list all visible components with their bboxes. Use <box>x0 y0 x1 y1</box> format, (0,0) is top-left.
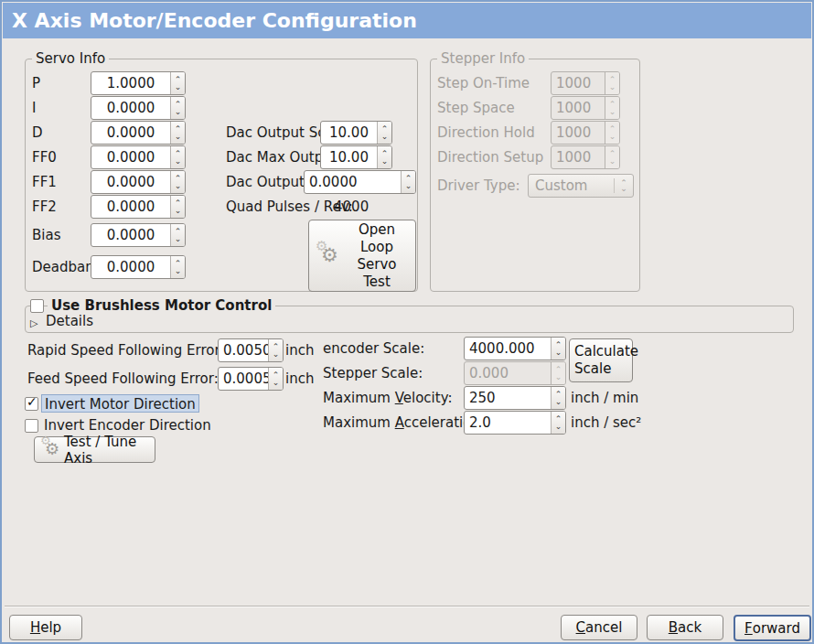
details-expander-label[interactable]: Details <box>46 312 93 330</box>
invert-motor-direction-label[interactable]: Invert Motor Direction <box>41 394 199 413</box>
spin-down-icon[interactable] <box>552 349 565 360</box>
rapid-following-error-value[interactable]: 0.0050 <box>219 339 268 361</box>
dac-output-offset-value[interactable]: 0.0000 <box>305 171 401 193</box>
dac-output-offset-spinbox[interactable]: 0.0000 <box>304 170 416 194</box>
back-button[interactable]: Back <box>647 615 723 640</box>
spin-down-icon[interactable] <box>552 398 565 409</box>
invert-motor-direction-checkbox[interactable] <box>25 397 38 411</box>
ff2-spinbox[interactable]: 0.0000 <box>91 195 186 219</box>
bias-value[interactable]: 0.0000 <box>91 224 170 246</box>
spin-down-icon[interactable] <box>171 235 185 246</box>
driver-type-combobox: Custom <box>528 174 634 198</box>
spin-arrows[interactable] <box>170 72 185 94</box>
encoder-scale-value[interactable]: 4000.000 <box>465 338 551 360</box>
dac-max-output-value[interactable]: 10.00 <box>321 146 377 168</box>
driver-type-value: Custom <box>529 175 614 197</box>
spin-arrows[interactable] <box>551 387 565 409</box>
spin-arrows[interactable] <box>170 122 185 144</box>
invert-encoder-direction-checkbox[interactable] <box>25 419 38 433</box>
spin-arrows[interactable] <box>268 368 283 390</box>
rapid-following-error-spinbox[interactable]: 0.0050 <box>218 338 284 362</box>
spin-arrows[interactable] <box>170 171 185 193</box>
cancel-button[interactable]: Cancel <box>561 615 637 640</box>
p-spinbox[interactable]: 1.0000 <box>91 71 186 95</box>
spin-arrows[interactable] <box>170 97 185 119</box>
test-tune-axis-label: Test / Tune Axis <box>64 434 149 467</box>
maximum-velocity-spinbox[interactable]: 250 <box>464 386 566 410</box>
spin-down-icon[interactable] <box>269 379 283 390</box>
spin-arrows <box>605 72 619 94</box>
dialog-window: X Axis Motor/Encoder Configuration Servo… <box>0 0 814 644</box>
spin-down-icon[interactable] <box>171 207 185 218</box>
d-value[interactable]: 0.0000 <box>91 122 170 144</box>
spin-arrows[interactable] <box>377 122 391 144</box>
bias-spinbox[interactable]: 0.0000 <box>91 223 186 247</box>
maximum-velocity-value[interactable]: 250 <box>465 387 551 409</box>
p-value[interactable]: 1.0000 <box>91 72 170 94</box>
ff2-value[interactable]: 0.0000 <box>91 196 170 218</box>
step-on-time-spinbox: 1000 <box>551 71 620 95</box>
spin-down-icon[interactable] <box>171 83 185 94</box>
forward-button-mnemonic: F <box>744 620 753 637</box>
spin-arrows[interactable] <box>170 224 185 246</box>
invert-encoder-direction-label[interactable]: Invert Encoder Direction <box>41 416 214 435</box>
ff1-value[interactable]: 0.0000 <box>91 171 170 193</box>
help-button-label: elp <box>40 619 61 636</box>
deadband-spinbox[interactable]: 0.0000 <box>91 255 186 279</box>
direction-setup-value: 1000 <box>552 146 605 168</box>
spin-arrows[interactable] <box>551 412 565 434</box>
feed-following-error-spinbox[interactable]: 0.0005 <box>218 367 284 391</box>
back-button-label: ack <box>678 619 702 636</box>
gears-icon <box>40 438 64 462</box>
ff0-spinbox[interactable]: 0.0000 <box>91 145 186 169</box>
spin-down-icon[interactable] <box>171 182 185 193</box>
spin-down-icon[interactable] <box>171 133 185 144</box>
details-expander-icon[interactable] <box>30 317 43 331</box>
help-button[interactable]: Help <box>9 615 82 640</box>
forward-button-label: orward <box>753 620 800 637</box>
open-loop-line: Test <box>363 274 391 291</box>
spin-arrows[interactable] <box>170 196 185 218</box>
feed-following-error-unit: inch <box>285 367 314 391</box>
ff1-spinbox[interactable]: 0.0000 <box>91 170 186 194</box>
spin-down-icon[interactable] <box>378 157 391 168</box>
feed-following-error-value[interactable]: 0.0005 <box>219 368 268 390</box>
spin-arrows[interactable] <box>170 256 185 278</box>
ff0-value[interactable]: 0.0000 <box>91 146 170 168</box>
spin-arrows[interactable] <box>551 338 565 360</box>
i-spinbox[interactable]: 0.0000 <box>91 96 186 120</box>
use-brushless-checkbox[interactable] <box>30 299 44 313</box>
calculate-scale-line: Scale <box>574 360 611 378</box>
deadband-value[interactable]: 0.0000 <box>91 256 170 278</box>
spin-arrows <box>605 146 619 168</box>
spin-down-icon[interactable] <box>552 423 565 434</box>
spin-arrows[interactable] <box>401 171 415 193</box>
maximum-acceleration-spinbox[interactable]: 2.0 <box>464 411 566 435</box>
open-loop-servo-test-button[interactable]: Open Loop Servo Test <box>308 220 416 292</box>
spin-down-icon[interactable] <box>171 108 185 119</box>
window-title-bar: X Axis Motor/Encoder Configuration <box>3 3 811 38</box>
spin-arrows[interactable] <box>268 339 283 361</box>
spin-down-icon[interactable] <box>402 182 415 193</box>
calculate-scale-button[interactable]: Calculate Scale <box>569 338 633 382</box>
encoder-scale-label: encoder Scale: <box>323 337 424 360</box>
gears-icon <box>315 242 344 271</box>
spin-down-icon[interactable] <box>171 157 185 168</box>
test-tune-axis-button[interactable]: Test / Tune Axis <box>34 436 155 463</box>
dac-max-output-spinbox[interactable]: 10.00 <box>320 145 392 169</box>
encoder-scale-spinbox[interactable]: 4000.000 <box>464 337 566 360</box>
spin-arrows[interactable] <box>170 146 185 168</box>
quad-pulses-value: 4000 <box>334 195 369 219</box>
spin-arrows[interactable] <box>377 146 391 168</box>
dac-output-scale-value[interactable]: 10.00 <box>321 122 377 144</box>
rapid-following-error-label: Rapid Speed Following Error: <box>27 338 224 362</box>
i-value[interactable]: 0.0000 <box>91 97 170 119</box>
spin-down-icon[interactable] <box>269 350 283 361</box>
maximum-acceleration-label: Maximum Acceleration: <box>323 411 485 435</box>
d-spinbox[interactable]: 0.0000 <box>91 121 186 145</box>
spin-down-icon[interactable] <box>171 267 185 278</box>
forward-button[interactable]: Forward <box>734 615 811 641</box>
spin-down-icon[interactable] <box>378 133 391 144</box>
maximum-acceleration-value[interactable]: 2.0 <box>465 412 551 434</box>
dac-output-scale-spinbox[interactable]: 10.00 <box>320 121 392 145</box>
